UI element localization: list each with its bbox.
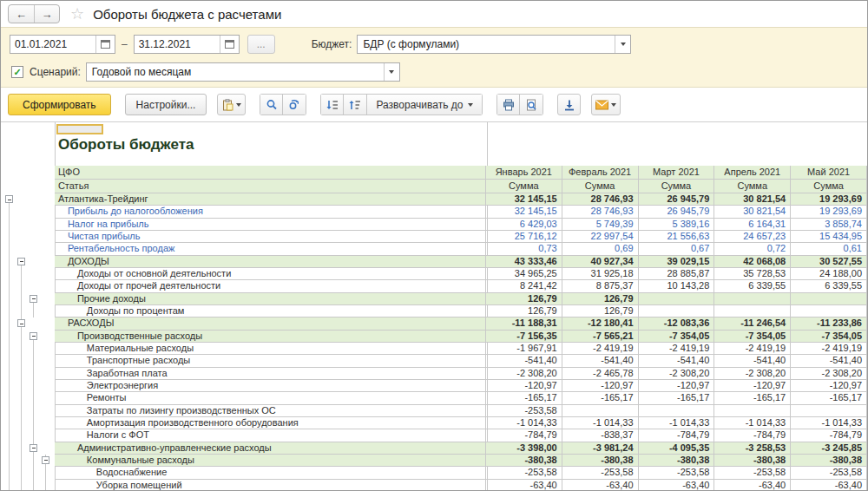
date-from-field[interactable]: 01.01.2021	[10, 35, 115, 54]
cell-value[interactable]: 30 821,54	[714, 193, 791, 206]
cell-value[interactable]: 31 925,18	[562, 268, 639, 280]
cell-value[interactable]	[562, 405, 639, 417]
cell-value[interactable]: -784,79	[791, 429, 867, 442]
table-row[interactable]: Производственные расходы-7 156,35-7 565,…	[1, 331, 867, 343]
cell-value[interactable]: -12 083,36	[639, 318, 715, 330]
collapse-all-button[interactable]	[320, 94, 344, 115]
save-file-button[interactable]	[557, 94, 581, 115]
collapse-toggle[interactable]	[17, 319, 25, 327]
header-month[interactable]: Апрель 2021	[714, 166, 791, 180]
cell-value[interactable]: 5 389,16	[639, 219, 715, 231]
cell-value[interactable]: -784,79	[639, 429, 715, 442]
cell-value[interactable]: 0,72	[714, 243, 791, 255]
cell-value[interactable]: 28 885,87	[639, 268, 715, 280]
cell-value[interactable]: 6 339,55	[791, 280, 867, 292]
cell-value[interactable]: 8 875,37	[562, 280, 639, 292]
row-label[interactable]: Производственные расходы	[55, 331, 486, 343]
collapse-toggle[interactable]	[17, 258, 25, 265]
header-month[interactable]: Февраль 2021	[562, 166, 639, 180]
table-row[interactable]: Уборка помещений-63,40-63,40-63,40-63,40…	[1, 480, 867, 491]
cell-value[interactable]: -63,40	[562, 480, 639, 491]
cell-value[interactable]: 126,79	[486, 305, 562, 318]
cell-value[interactable]: 0,73	[486, 243, 562, 255]
cell-value[interactable]: 30 527,55	[791, 256, 867, 268]
cell-value[interactable]: 8 241,42	[486, 280, 562, 292]
date-to-value[interactable]: 31.12.2021	[135, 38, 220, 50]
expand-to-button[interactable]: Разворачивать до	[367, 94, 483, 115]
favorite-star-icon[interactable]: ☆	[70, 4, 84, 23]
cell-value[interactable]: -165,17	[486, 392, 562, 404]
cell-value[interactable]: -2 419,19	[791, 343, 867, 355]
cell-value[interactable]: -3 258,53	[714, 442, 791, 455]
table-row[interactable]: Атлантика-Трейдинг32 145,1528 746,9326 9…	[1, 193, 867, 206]
cell-value[interactable]: -1 014,33	[486, 417, 562, 429]
cell-value[interactable]: -4 095,35	[639, 442, 715, 455]
row-label[interactable]: РАСХОДЫ	[55, 318, 486, 330]
row-label[interactable]: Ремонты	[55, 392, 486, 404]
cell-value[interactable]: 5 749,39	[562, 219, 639, 231]
cell-value[interactable]: -7 354,05	[791, 331, 867, 343]
cell-value[interactable]	[639, 405, 715, 417]
cell-value[interactable]: -2 308,20	[639, 368, 715, 380]
table-row[interactable]: Коммунальные расходы-380,38-380,38-380,3…	[1, 455, 867, 467]
row-label[interactable]: Чистая прибыль	[55, 231, 486, 243]
cell-value[interactable]: 0,67	[639, 243, 715, 255]
cell-value[interactable]: -784,79	[486, 429, 562, 442]
active-cell-cursor[interactable]	[56, 124, 103, 134]
header-sum[interactable]: Сумма	[791, 180, 867, 193]
header-month[interactable]: Март 2021	[639, 166, 715, 180]
table-row[interactable]: Ремонты-165,17-165,17-165,17-165,17-165,…	[1, 392, 867, 404]
cell-value[interactable]: -7 354,05	[639, 331, 715, 343]
table-row[interactable]: Прочие доходы126,79126,79	[1, 293, 867, 305]
expand-all-button[interactable]	[344, 94, 367, 115]
row-label[interactable]: ДОХОДЫ	[55, 256, 486, 268]
back-button[interactable]: ←	[9, 5, 34, 23]
cell-value[interactable]: 6 429,03	[486, 219, 562, 231]
cell-value[interactable]: -120,97	[562, 380, 639, 392]
cell-value[interactable]: -165,17	[639, 392, 715, 404]
header-sum[interactable]: Сумма	[639, 180, 715, 193]
cell-value[interactable]: -2 419,19	[562, 343, 639, 355]
cell-value[interactable]: -541,40	[639, 355, 715, 367]
row-label[interactable]: Прибыль до налогообложения	[55, 206, 486, 218]
cell-value[interactable]: 24 188,00	[791, 268, 867, 280]
cell-value[interactable]: -2 465,78	[562, 368, 639, 380]
table-row[interactable]: Прибыль до налогообложения32 145,1528 74…	[1, 206, 867, 218]
row-label[interactable]: Атлантика-Трейдинг	[55, 193, 486, 206]
row-label[interactable]: Рентабельность продаж	[55, 243, 486, 255]
cell-value[interactable]	[791, 405, 867, 417]
cell-value[interactable]: -784,79	[714, 429, 791, 442]
cell-value[interactable]: -541,40	[486, 355, 562, 367]
cell-value[interactable]: -3 398,00	[486, 442, 562, 455]
header-cfo[interactable]: ЦФО	[55, 166, 486, 180]
cell-value[interactable]: 0,61	[791, 243, 867, 255]
cell-value[interactable]: -63,40	[791, 480, 867, 491]
cell-value[interactable]	[791, 305, 867, 318]
period-more-button[interactable]: ...	[247, 35, 275, 54]
cell-value[interactable]: 126,79	[562, 305, 639, 318]
send-mail-button[interactable]	[591, 94, 621, 115]
cell-value[interactable]: 42 068,08	[714, 256, 791, 268]
cell-value[interactable]: 21 556,63	[639, 231, 715, 243]
cell-value[interactable]: -63,40	[486, 480, 562, 491]
collapse-toggle[interactable]	[30, 332, 37, 340]
table-row[interactable]: РАСХОДЫ-11 188,31-12 180,41-12 083,36-11…	[1, 318, 867, 330]
table-row[interactable]: Чистая прибыль25 716,1222 997,5421 556,6…	[1, 231, 867, 243]
date-from-value[interactable]: 01.01.2021	[10, 38, 95, 50]
scenario-select[interactable]: Годовой по месяцам	[86, 62, 400, 82]
cell-value[interactable]: 15 434,95	[791, 231, 867, 243]
header-article[interactable]: Статья	[55, 180, 486, 193]
table-row[interactable]: Заработная плата-2 308,20-2 465,78-2 308…	[1, 368, 867, 380]
cell-value[interactable]: 30 821,54	[714, 206, 791, 218]
header-month[interactable]: Май 2021	[791, 166, 867, 180]
cell-value[interactable]: -3 981,24	[562, 442, 639, 455]
cell-value[interactable]: 26 945,79	[639, 193, 715, 206]
cell-value[interactable]: -253,58	[714, 467, 791, 479]
cell-value[interactable]: -120,97	[791, 380, 867, 392]
cell-value[interactable]: -11 246,54	[714, 318, 791, 330]
table-row[interactable]: Доходы по процентам126,79126,79	[1, 305, 867, 318]
cell-value[interactable]: -541,40	[791, 355, 867, 367]
row-label[interactable]: Доходы от основной деятельности	[55, 268, 486, 280]
cell-value[interactable]: 126,79	[562, 293, 639, 305]
forward-button[interactable]: →	[34, 5, 59, 23]
